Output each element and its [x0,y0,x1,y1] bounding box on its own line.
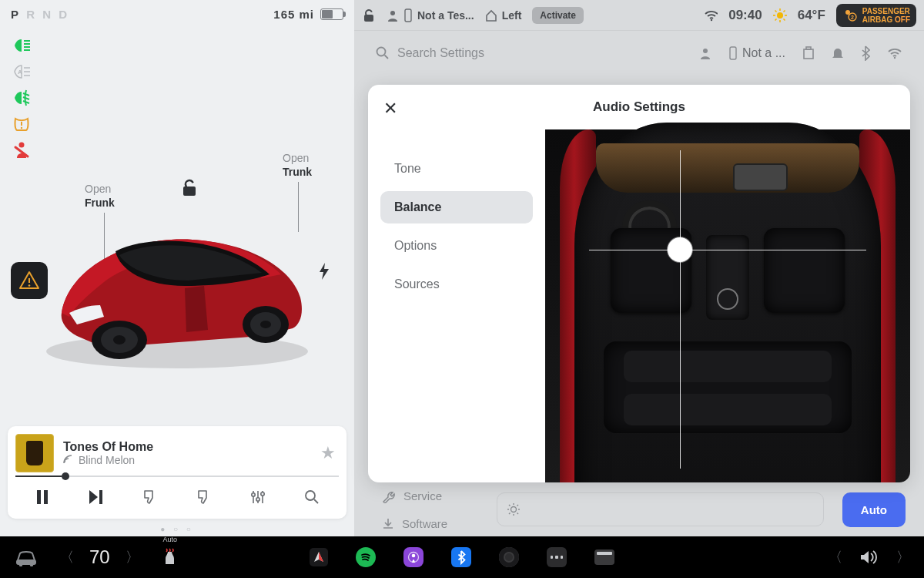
notifications-icon[interactable] [832,46,844,60]
vehicle-panel: P R N D 165 mi A [0,0,354,536]
tab-tone[interactable]: Tone [380,153,533,185]
svg-rect-55 [730,47,736,59]
gear-d: D [59,8,68,21]
svg-point-40 [777,12,783,18]
track-artist: Blind Melon [63,454,311,466]
svg-text:2: 2 [851,15,854,20]
balance-axis-vertical [680,150,681,468]
alerts-button[interactable] [11,262,48,299]
bluetooth-icon[interactable] [861,45,870,61]
svg-point-37 [390,11,395,15]
spotify-app-button[interactable] [356,547,376,567]
wifi-settings-icon[interactable] [887,47,902,59]
balance-pad[interactable] [545,129,910,482]
car-visualization: Open Frunk Open Trunk [0,24,354,426]
svg-point-69 [19,563,22,566]
outside-temp: 64°F [798,8,825,23]
airbag-indicator: 2 PASSENGERAIRBAG OFF [836,4,916,27]
gear-indicator: P R N D [11,8,71,21]
gear-p: P [11,8,19,21]
svg-rect-68 [16,560,36,565]
status-bar: Not a Tes... Left Activate 09:40 64°F 2 … [354,0,924,31]
pause-button[interactable] [29,486,55,508]
svg-rect-56 [804,49,813,59]
gear-r: R [26,8,35,21]
tab-sources[interactable]: Sources [380,268,533,301]
cast-icon [63,455,74,465]
svg-point-31 [256,498,259,501]
svg-point-19 [113,335,126,344]
svg-rect-27 [99,490,102,504]
temp-down-button[interactable]: 〈 [60,548,74,566]
audio-settings-tabs: Tone Balance Options Sources [368,129,545,482]
battery-icon [320,8,343,20]
podcasts-app-button[interactable] [403,547,424,567]
volume-up-button[interactable]: 〉 [896,548,910,566]
volume-icon[interactable] [859,549,879,566]
modal-title: Audio Settings [593,99,685,115]
next-button[interactable] [83,486,109,508]
media-card: Tones Of Home Blind Melon ★ [8,426,346,519]
favorite-button[interactable]: ★ [320,443,336,463]
trunk-callout[interactable]: Open Trunk [283,151,312,179]
svg-point-29 [252,493,255,496]
svg-point-39 [711,18,712,20]
seat-heat-button[interactable]: Auto [161,548,179,566]
balance-handle[interactable] [668,237,692,262]
svg-point-54 [703,49,708,53]
audio-settings-modal: ✕ Audio Settings Tone Balance Options So… [368,85,910,482]
more-apps-button[interactable] [547,547,567,567]
brightness-auto-button[interactable]: Auto [842,492,906,527]
media-progress[interactable] [15,476,339,477]
settings-search[interactable]: Search Settings [376,46,622,60]
equalizer-button[interactable] [245,486,271,508]
settings-footer-dimmed: Service Software Auto [354,482,924,536]
album-art[interactable] [15,434,54,472]
tab-balance[interactable]: Balance [380,191,533,223]
driver-temp-control: 〈 70 〉 [60,546,139,568]
content-panel: Not a Tes... Left Activate 09:40 64°F 2 … [354,0,924,536]
thumbs-down-button[interactable] [137,486,163,508]
activate-button[interactable]: Activate [532,7,584,24]
nav-app-button[interactable] [310,548,328,566]
thumbs-up-button[interactable] [191,486,217,508]
gear-n: N [42,8,52,21]
wifi-icon[interactable] [704,8,718,22]
clock: 09:40 [728,8,762,23]
car-controls-button[interactable] [14,548,38,566]
settings-item-service[interactable]: Service [382,489,447,503]
driver-temp-value: 70 [89,546,110,568]
svg-point-22 [260,321,271,328]
lock-icon[interactable] [181,178,198,197]
profile-status[interactable]: Not a Tes... [387,8,474,22]
range-value: 165 mi [273,8,314,21]
track-title: Tones Of Home [63,440,311,454]
svg-line-64 [509,505,511,506]
sentry-icon[interactable] [802,46,815,60]
temp-up-button[interactable]: 〉 [126,548,139,566]
svg-line-66 [509,513,511,515]
svg-line-65 [517,513,519,515]
tab-options[interactable]: Options [380,230,533,262]
bluetooth-app-button[interactable] [451,547,471,567]
sun-icon [773,8,787,22]
homelink-status[interactable]: Left [485,9,522,22]
charge-bolt-icon [318,263,330,280]
brightness-slider[interactable] [497,492,824,526]
close-icon[interactable]: ✕ [383,99,397,119]
volume-down-button[interactable]: 〈 [829,548,842,566]
settings-header-dimmed: Search Settings Not a ... [354,31,924,76]
svg-rect-57 [806,47,811,49]
radio-app-button[interactable] [594,547,614,567]
settings-item-software[interactable]: Software [382,517,447,530]
lock-status-icon[interactable] [362,8,376,22]
dashcam-app-button[interactable] [499,547,519,567]
profile-icon[interactable] [699,47,711,59]
svg-rect-36 [364,15,373,22]
media-search-button[interactable] [299,486,325,508]
svg-rect-15 [183,187,196,196]
range-battery: 165 mi [273,8,343,21]
svg-line-67 [517,505,519,506]
svg-point-71 [412,554,416,558]
svg-point-59 [511,507,517,512]
